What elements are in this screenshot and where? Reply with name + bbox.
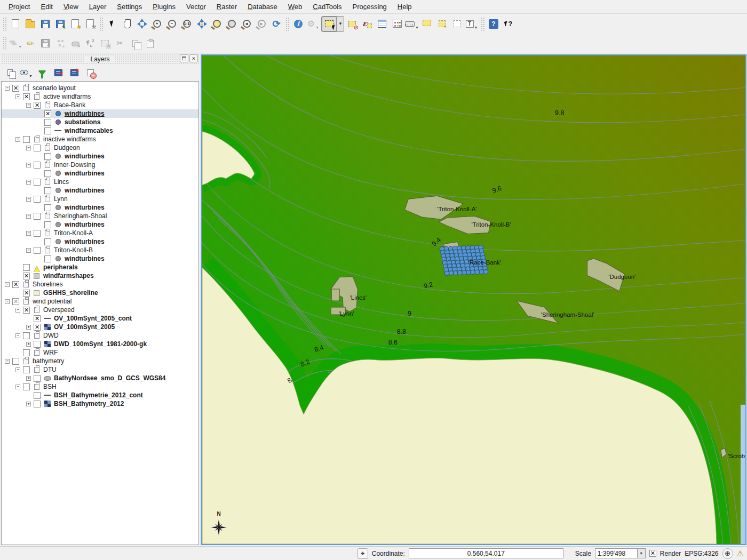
- attribute-table-icon[interactable]: [375, 17, 390, 31]
- layer-checkbox[interactable]: [34, 213, 41, 220]
- layer-label[interactable]: GSHHS_shoreline: [43, 289, 98, 297]
- menu-help[interactable]: Help: [392, 1, 417, 13]
- tree-expander-icon[interactable]: −: [26, 103, 31, 108]
- coordinate-input[interactable]: 0.560,54.017: [409, 548, 563, 558]
- messages-warning-icon[interactable]: ⚠: [737, 549, 744, 558]
- tree-expander-icon[interactable]: −: [26, 214, 31, 219]
- layer-row[interactable]: ✕windturbines: [2, 109, 198, 118]
- layer-checkbox[interactable]: [34, 341, 41, 348]
- layer-label[interactable]: Dudgeon: [54, 144, 80, 151]
- layer-checkbox[interactable]: ✕: [34, 102, 41, 109]
- layer-row[interactable]: ✕GSHHS_shoreline: [2, 289, 198, 297]
- layer-label[interactable]: DWD_100mSynt_1981-2000-gk: [54, 340, 147, 348]
- layer-checkbox[interactable]: ✕: [12, 298, 19, 305]
- layer-label[interactable]: substations: [65, 118, 100, 126]
- menu-view[interactable]: View: [58, 1, 84, 13]
- tree-expander-icon[interactable]: +: [26, 376, 31, 381]
- layer-row[interactable]: −✕Race-Bank: [2, 101, 198, 109]
- layer-row[interactable]: +BSH_Bathymetry_2012: [2, 399, 198, 408]
- new-project-icon[interactable]: [8, 17, 23, 31]
- layer-label[interactable]: Race-Bank: [54, 101, 85, 109]
- layer-row[interactable]: +BathyNordsee_smo_D_GCS_WGS84: [2, 374, 198, 382]
- layer-row[interactable]: ✕windfarmshapes: [2, 271, 198, 280]
- tree-expander-icon[interactable]: −: [15, 385, 20, 389]
- layer-label[interactable]: BSH: [43, 383, 57, 390]
- tree-expander-icon[interactable]: −: [26, 231, 31, 236]
- collapse-all-icon[interactable]: [67, 66, 81, 79]
- layer-checkbox[interactable]: ✕: [23, 290, 30, 297]
- refresh-icon[interactable]: ⟳: [269, 17, 284, 31]
- current-edits-icon[interactable]: ✎✎▼: [8, 36, 23, 51]
- expand-all-icon[interactable]: [51, 66, 65, 79]
- tree-expander-icon[interactable]: −: [26, 146, 31, 150]
- pan-map-icon[interactable]: [120, 17, 134, 31]
- layer-checkbox[interactable]: [44, 238, 51, 245]
- layer-label[interactable]: DWD: [43, 332, 59, 339]
- panel-close-button[interactable]: ✕: [189, 54, 198, 62]
- layer-row[interactable]: −✕active windfarms: [2, 92, 198, 101]
- menu-cadtools[interactable]: CadTools: [307, 1, 347, 13]
- tree-expander-icon[interactable]: −: [5, 86, 10, 91]
- select-by-expression-icon[interactable]: ε: [360, 17, 375, 31]
- layer-row[interactable]: −✕Overspeed: [2, 306, 198, 314]
- layer-row[interactable]: windturbines: [2, 254, 198, 263]
- layer-row[interactable]: −Sheringham-Shoal: [2, 212, 198, 220]
- zoom-to-selection-icon[interactable]: [209, 17, 224, 31]
- layer-checkbox[interactable]: [23, 136, 30, 143]
- layer-row[interactable]: −Dudgeon: [2, 143, 198, 152]
- tree-expander-icon[interactable]: −: [5, 299, 10, 304]
- layer-checkbox[interactable]: [34, 162, 41, 169]
- manage-visibility-icon[interactable]: ▼: [19, 66, 33, 79]
- text-annotation-icon[interactable]: T▼: [464, 17, 479, 31]
- layer-checkbox[interactable]: ✕: [34, 315, 41, 322]
- layer-checkbox[interactable]: ✕: [23, 93, 30, 100]
- layer-row[interactable]: −bathymetry: [2, 357, 198, 365]
- layer-checkbox[interactable]: [34, 247, 41, 254]
- layer-label[interactable]: windturbines: [65, 238, 105, 245]
- layer-label[interactable]: wind potential: [33, 298, 71, 305]
- pan-to-selection-icon[interactable]: [134, 17, 149, 31]
- cut-features-icon[interactable]: ✂: [113, 36, 128, 51]
- layer-row[interactable]: windfarmcables: [2, 126, 198, 135]
- tree-expander-icon[interactable]: −: [15, 367, 20, 372]
- new-composer-icon[interactable]: ✱: [68, 17, 83, 31]
- layer-row[interactable]: windturbines: [2, 220, 198, 229]
- layer-checkbox[interactable]: [44, 127, 51, 134]
- layer-label[interactable]: BathyNordsee_smo_D_GCS_WGS84: [54, 374, 165, 382]
- touch-zoom-icon[interactable]: [105, 17, 120, 31]
- tree-expander-icon[interactable]: +: [26, 402, 31, 406]
- layer-row[interactable]: −✕scenario layout: [2, 84, 198, 92]
- layer-row[interactable]: +✕OV_100mSynt_2005: [2, 323, 198, 331]
- layer-checkbox[interactable]: ✕: [23, 273, 30, 279]
- scale-combo[interactable]: 1:399'498 ▼: [595, 548, 646, 558]
- layer-label[interactable]: BSH_Bathymetry_2012: [54, 400, 124, 407]
- zoom-next-icon[interactable]: ▸: [254, 17, 269, 31]
- layer-checkbox[interactable]: [44, 187, 51, 194]
- zoom-native-icon[interactable]: 1:1: [179, 17, 194, 31]
- layer-checkbox[interactable]: [34, 401, 41, 407]
- layer-label[interactable]: windturbines: [65, 153, 105, 160]
- menu-settings[interactable]: Settings: [112, 1, 147, 13]
- help-icon[interactable]: ?: [486, 17, 501, 31]
- layer-label[interactable]: OV_100mSynt_2005: [54, 323, 115, 331]
- new-bookmark-icon[interactable]: [434, 17, 449, 31]
- zoom-last-icon[interactable]: ◂: [239, 17, 254, 31]
- crs-status-icon[interactable]: ⊕: [722, 548, 733, 559]
- tree-expander-icon[interactable]: −: [26, 163, 31, 167]
- layer-row[interactable]: windturbines: [2, 152, 198, 161]
- delete-selected-icon[interactable]: [98, 36, 113, 51]
- layer-checkbox[interactable]: [23, 264, 30, 271]
- layer-checkbox[interactable]: [23, 383, 30, 390]
- layer-label[interactable]: Triton-Knoll-A: [54, 229, 93, 237]
- layer-label[interactable]: WRF: [43, 349, 58, 356]
- layer-label[interactable]: active windfarms: [43, 93, 91, 100]
- layer-row[interactable]: windturbines: [2, 186, 198, 195]
- filter-legend-icon[interactable]: [35, 66, 49, 79]
- layer-checkbox[interactable]: [44, 170, 51, 177]
- menu-plugins[interactable]: Plugins: [147, 1, 181, 13]
- menu-edit[interactable]: Edit: [35, 1, 58, 13]
- layer-label[interactable]: Overspeed: [43, 306, 75, 314]
- toggle-editing-icon[interactable]: ✏: [23, 36, 38, 51]
- menu-layer[interactable]: Layer: [84, 1, 112, 13]
- zoom-in-icon[interactable]: +: [149, 17, 164, 31]
